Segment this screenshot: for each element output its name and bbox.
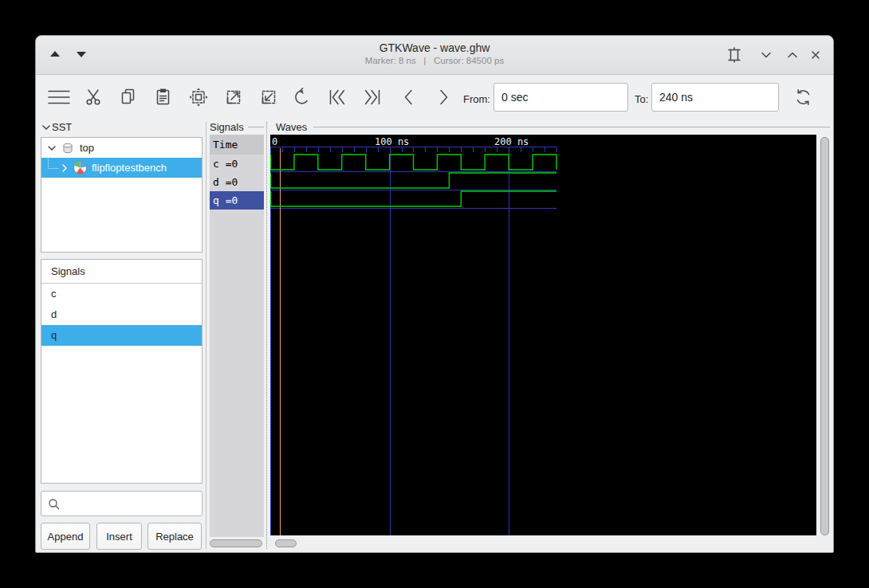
wave-svg [270, 135, 816, 535]
expander-right-icon[interactable] [60, 163, 69, 174]
tree-branch-line [48, 159, 58, 169]
wave-hscrollbar[interactable] [275, 539, 297, 547]
toolbar: From: 0 sec To: 240 ns [36, 74, 833, 120]
maximize-icon[interactable] [786, 49, 799, 61]
waves-frame-label: Waves [276, 121, 307, 133]
replace-button[interactable]: Replace [147, 523, 202, 550]
zoom-out-arrow-icon[interactable] [223, 87, 244, 108]
collapse-chevron-icon[interactable] [41, 122, 52, 133]
signal-list-item-c[interactable]: c [41, 284, 202, 304]
signals-frame-label: Signals [210, 121, 244, 133]
undo-icon[interactable] [293, 87, 313, 108]
search-input[interactable] [41, 491, 203, 516]
to-label: To: [635, 93, 648, 105]
signal-list-item-q[interactable]: q [41, 325, 202, 346]
zoom-in-arrow-icon[interactable] [258, 87, 279, 108]
wave-vscrollbar[interactable] [820, 137, 829, 535]
copy-icon[interactable] [118, 87, 139, 108]
signals-frame-rule [248, 127, 264, 127]
expander-down-icon[interactable] [46, 143, 57, 154]
zoom-fit-icon[interactable] [188, 87, 209, 108]
maximize-frame-icon[interactable] [726, 47, 742, 63]
marker-status: Marker: 8 ns [365, 56, 416, 65]
minimize-icon[interactable] [760, 49, 773, 61]
wave-canvas[interactable]: 0 100 ns 200 ns [270, 135, 816, 535]
previous-edge-icon[interactable] [399, 87, 419, 108]
signal-search-list: Signals c d q [41, 259, 203, 484]
sst-header[interactable]: SST [41, 121, 72, 133]
time-tick-label: 0 [272, 136, 277, 147]
from-label: From: [463, 93, 490, 105]
search-icon [48, 498, 61, 511]
wave-signal-column: Time c =0 d =0 q =0 [210, 135, 264, 537]
skip-to-start-icon[interactable] [326, 87, 348, 108]
time-tick-label: 200 ns [494, 136, 529, 147]
sst-item-flipfloptestbench[interactable]: flipfloptestbench [41, 158, 202, 178]
sst-header-label: SST [52, 121, 72, 133]
signal-list-item-d[interactable]: d [41, 304, 202, 325]
menu-icon[interactable] [46, 88, 72, 107]
cut-icon[interactable] [84, 87, 104, 108]
gtkwave-window: GTKWave - wave.ghw Marker: 8 ns | Cursor… [35, 35, 834, 553]
sst-tree: top flipfloptestbench [41, 137, 203, 253]
paned-separator[interactable] [266, 122, 267, 549]
reload-icon[interactable] [793, 87, 814, 108]
time-column-header[interactable]: Time [210, 135, 264, 155]
close-icon[interactable] [809, 49, 822, 61]
titlebar[interactable]: GTKWave - wave.ghw Marker: 8 ns | Cursor… [36, 36, 833, 75]
skip-to-end-icon[interactable] [361, 87, 383, 108]
sst-item-label: top [80, 142, 94, 154]
paned-separator[interactable] [206, 122, 206, 549]
paste-icon[interactable] [153, 87, 174, 108]
window-subtitle: Marker: 8 ns | Cursor: 84500 ps [36, 56, 833, 65]
signal-column-header[interactable]: Signals [41, 260, 202, 284]
sst-item-label: flipfloptestbench [92, 162, 167, 174]
signal-column-hscrollbar[interactable] [210, 539, 262, 547]
insert-button[interactable]: Insert [96, 523, 142, 550]
desktop: { "window": { "title": "GTKWave - wave.g… [0, 0, 869, 588]
cylinder-icon [61, 141, 75, 155]
subtitle-separator: | [423, 56, 426, 65]
append-button[interactable]: Append [41, 523, 90, 550]
next-edge-icon[interactable] [433, 87, 454, 108]
keep-above-icon[interactable] [50, 51, 60, 57]
cursor-status: Cursor: 84500 ps [434, 56, 504, 65]
wave-signal-row-d[interactable]: d =0 [210, 173, 264, 191]
window-title: GTKWave - wave.ghw [36, 41, 833, 54]
sst-item-top[interactable]: top [41, 138, 202, 158]
module-icon [73, 160, 88, 175]
to-input[interactable]: 240 ns [651, 83, 779, 112]
waves-frame-rule [313, 127, 830, 127]
from-input[interactable]: 0 sec [493, 83, 628, 112]
time-tick-label: 100 ns [375, 136, 409, 147]
wave-signal-row-c[interactable]: c =0 [210, 155, 264, 173]
wave-signal-row-q[interactable]: q =0 [210, 191, 264, 210]
shade-icon[interactable] [77, 52, 86, 57]
